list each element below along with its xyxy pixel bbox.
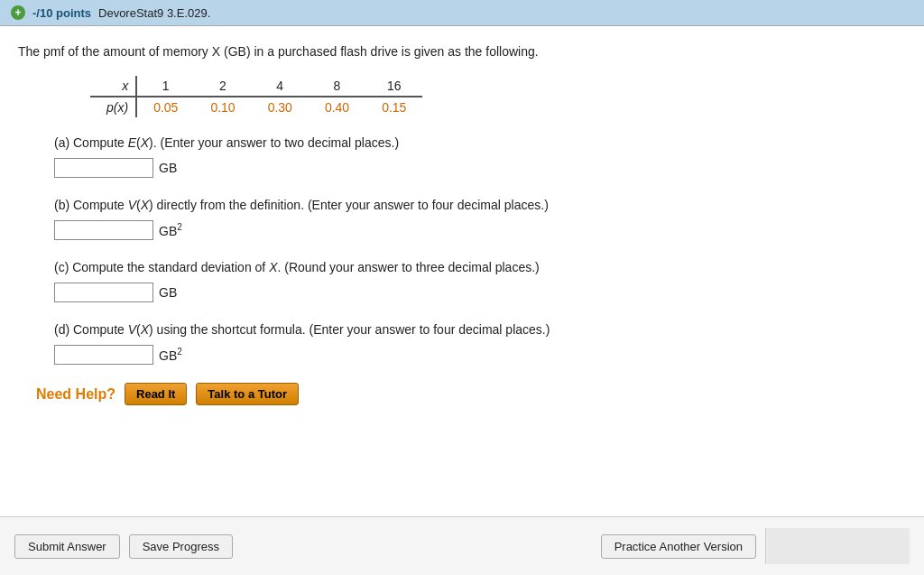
part-d-unit: GB2 bbox=[159, 347, 182, 363]
need-help-label: Need Help? bbox=[36, 386, 116, 403]
part-d-input[interactable] bbox=[54, 345, 153, 365]
save-progress-button[interactable]: Save Progress bbox=[129, 534, 233, 559]
problem-statement: The pmf of the amount of memory X (GB) i… bbox=[18, 42, 906, 61]
x-val-5: 16 bbox=[365, 76, 422, 97]
need-help-section: Need Help? Read It Talk to a Tutor bbox=[36, 383, 906, 405]
part-d-label: (d) Compute V(X) using the shortcut form… bbox=[54, 320, 906, 339]
p-val-4: 0.40 bbox=[309, 97, 365, 117]
px-row-header: p(x) bbox=[90, 97, 136, 117]
part-c: (c) Compute the standard deviation of X.… bbox=[54, 258, 906, 302]
practice-another-version-button[interactable]: Practice Another Version bbox=[601, 534, 756, 559]
part-a: (a) Compute E(X). (Enter your answer to … bbox=[54, 134, 906, 178]
part-d: (d) Compute V(X) using the shortcut form… bbox=[54, 320, 906, 365]
part-b-label: (b) Compute V(X) directly from the defin… bbox=[54, 196, 906, 215]
plus-icon: + bbox=[11, 5, 25, 20]
part-b-unit: GB2 bbox=[159, 222, 182, 238]
submit-answer-button[interactable]: Submit Answer bbox=[14, 534, 120, 559]
part-c-input[interactable] bbox=[54, 283, 153, 302]
x-row-header: x bbox=[90, 76, 136, 97]
read-it-button[interactable]: Read It bbox=[125, 383, 187, 405]
main-content: The pmf of the amount of memory X (GB) i… bbox=[0, 26, 924, 516]
x-val-3: 4 bbox=[252, 76, 309, 97]
p-val-3: 0.30 bbox=[252, 97, 309, 117]
p-val-2: 0.10 bbox=[194, 97, 251, 117]
footer-bar: Submit Answer Save Progress Practice Ano… bbox=[0, 516, 924, 575]
p-val-5: 0.15 bbox=[365, 97, 422, 117]
part-b: (b) Compute V(X) directly from the defin… bbox=[54, 196, 906, 240]
problem-id: DevoreStat9 3.E.029. bbox=[98, 6, 210, 20]
part-a-unit: GB bbox=[159, 161, 177, 175]
part-a-input[interactable] bbox=[54, 158, 153, 178]
part-a-label: (a) Compute E(X). (Enter your answer to … bbox=[54, 134, 906, 153]
points-label: -/10 points bbox=[32, 6, 91, 20]
x-val-2: 2 bbox=[194, 76, 251, 97]
p-val-1: 0.05 bbox=[136, 97, 194, 117]
pmf-table-container: x 1 2 4 8 16 p(x) 0.05 0.10 0.30 0.40 0.… bbox=[90, 76, 906, 117]
pmf-table: x 1 2 4 8 16 p(x) 0.05 0.10 0.30 0.40 0.… bbox=[90, 76, 422, 117]
x-val-4: 8 bbox=[309, 76, 365, 97]
part-b-input[interactable] bbox=[54, 220, 153, 240]
x-val-1: 1 bbox=[136, 76, 194, 97]
header-bar: + -/10 points DevoreStat9 3.E.029. bbox=[0, 0, 924, 26]
part-c-label: (c) Compute the standard deviation of X.… bbox=[54, 258, 906, 277]
talk-to-tutor-button[interactable]: Talk to a Tutor bbox=[196, 383, 299, 405]
part-c-unit: GB bbox=[159, 285, 177, 300]
